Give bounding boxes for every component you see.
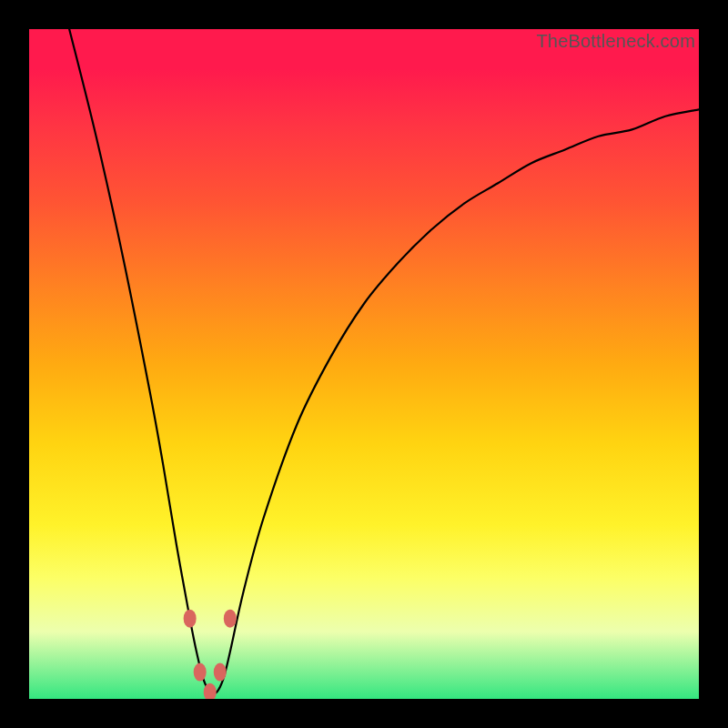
- curve-marker: [224, 610, 237, 628]
- curve-marker: [214, 663, 227, 682]
- curve-marker: [184, 610, 197, 628]
- chart-gradient-area: [29, 29, 699, 699]
- curve-markers: [184, 610, 237, 699]
- chart-svg: [29, 29, 699, 699]
- bottleneck-curve: [69, 29, 699, 693]
- watermark-text: TheBottleneck.com: [536, 31, 695, 52]
- chart-frame: TheBottleneck.com: [0, 0, 728, 728]
- curve-marker: [194, 663, 207, 682]
